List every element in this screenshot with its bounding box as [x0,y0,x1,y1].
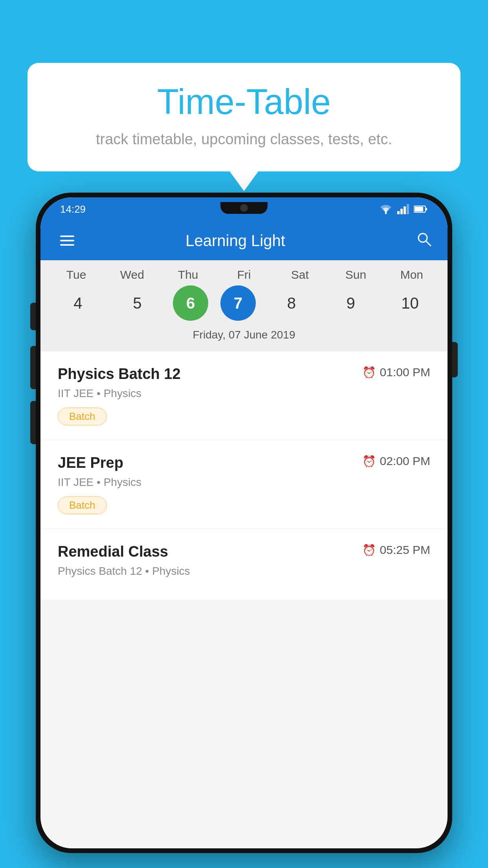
phone-notch [220,202,268,214]
day-numbers-row: 4 5 6 7 8 9 10 [40,285,448,325]
phone-screen: 14:29 [40,197,448,848]
wifi-icon [379,204,393,214]
app-title: Learning Light [55,232,416,250]
schedule-item-2[interactable]: JEE Prep ⏰ 02:00 PM IIT JEE • Physics Ba… [40,440,448,528]
svg-line-9 [426,241,431,246]
svg-rect-3 [404,206,406,214]
side-button-left-3 [30,401,36,444]
batch-badge-2: Batch [58,497,107,514]
day-name-mon: Mon [388,268,435,281]
item-header-1: Physics Batch 12 ⏰ 01:00 PM [58,366,430,383]
day-name-thu: Thu [165,268,212,281]
item-time-value-1: 01:00 PM [380,366,430,379]
item-title-1: Physics Batch 12 [58,366,181,383]
speech-bubble: Time-Table track timetable, upcoming cla… [28,63,460,171]
item-sub-2: IIT JEE • Physics [58,476,430,489]
item-sub-1: IIT JEE • Physics [58,387,430,400]
svg-rect-4 [407,204,409,214]
svg-rect-2 [400,209,403,214]
clock-icon-2: ⏰ [362,455,376,468]
calendar-day-9[interactable]: 9 [327,285,374,321]
schedule-item-1[interactable]: Physics Batch 12 ⏰ 01:00 PM IIT JEE • Ph… [40,351,448,440]
status-time: 14:29 [60,203,86,215]
day-name-tue: Tue [53,268,100,281]
app-bar: Learning Light [40,221,448,260]
item-title-2: JEE Prep [58,454,123,471]
battery-icon [414,205,428,213]
side-button-left-1 [30,303,36,330]
day-name-sat: Sat [276,268,323,281]
calendar-day-5[interactable]: 5 [114,285,161,321]
schedule-list: Physics Batch 12 ⏰ 01:00 PM IIT JEE • Ph… [40,351,448,600]
camera [240,204,248,212]
item-header-2: JEE Prep ⏰ 02:00 PM [58,454,430,471]
day-name-fri: Fri [220,268,268,281]
calendar-day-7-selected[interactable]: 7 [220,285,256,321]
side-button-right [452,342,458,377]
bubble-subtitle: track timetable, upcoming classes, tests… [51,131,437,148]
item-time-1: ⏰ 01:00 PM [362,366,430,379]
calendar-day-6-today[interactable]: 6 [173,285,208,321]
clock-icon-1: ⏰ [362,366,376,379]
phone-frame: 14:29 [36,193,452,853]
calendar-day-10[interactable]: 10 [386,285,433,321]
item-time-value-3: 05:25 PM [380,543,430,557]
status-icons [379,204,428,214]
schedule-item-3[interactable]: Remedial Class ⏰ 05:25 PM Physics Batch … [40,529,448,600]
item-time-3: ⏰ 05:25 PM [362,543,430,557]
item-time-value-2: 02:00 PM [380,454,430,468]
signal-icon [397,204,409,214]
day-name-sun: Sun [332,268,380,281]
selected-date-label: Friday, 07 June 2019 [40,325,448,348]
calendar-day-4[interactable]: 4 [54,285,101,321]
search-button[interactable] [416,231,432,250]
bubble-title: Time-Table [51,83,437,121]
batch-badge-1: Batch [58,408,107,425]
day-names-row: Tue Wed Thu Fri Sat Sun Mon [40,268,448,285]
day-name-wed: Wed [108,268,156,281]
side-button-left-2 [30,346,36,389]
svg-point-0 [385,212,387,214]
clock-icon-3: ⏰ [362,544,376,557]
svg-rect-1 [397,211,400,214]
item-sub-3: Physics Batch 12 • Physics [58,565,430,577]
item-title-3: Remedial Class [58,543,168,560]
calendar-header: Tue Wed Thu Fri Sat Sun Mon 4 5 6 7 8 9 … [40,260,448,351]
svg-rect-7 [415,207,423,211]
item-header-3: Remedial Class ⏰ 05:25 PM [58,543,430,560]
svg-rect-6 [426,208,427,210]
calendar-day-8[interactable]: 8 [268,285,315,321]
item-time-2: ⏰ 02:00 PM [362,454,430,468]
